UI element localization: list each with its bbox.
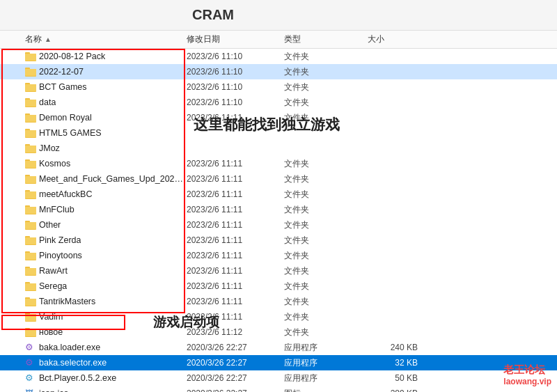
folder-icon (25, 82, 36, 92)
folder-icon (25, 67, 36, 77)
exe-icon: ⚙ (25, 373, 36, 384)
table-row[interactable]: Other 2023/2/6 11:11 文件夹 (0, 217, 557, 233)
col-size-header[interactable]: 大小 (368, 33, 423, 45)
cell-date: 2023/2/6 11:10 (187, 82, 284, 92)
file-name-label: meetAfuckBC (39, 189, 92, 199)
svg-rect-8 (25, 84, 36, 91)
cell-date: 2023/2/6 11:11 (187, 220, 284, 230)
table-row[interactable]: Serega 2023/2/6 11:11 文件夹 (0, 279, 557, 294)
folder-icon (25, 297, 36, 306)
table-row[interactable]: JMoz (0, 141, 557, 156)
table-row[interactable]: MnFClub 2023/2/6 11:11 文件夹 (0, 202, 557, 217)
cell-name: 🖼 icon.ico (0, 388, 187, 392)
folder-icon (25, 235, 36, 245)
table-row[interactable]: ⚙ baka.loader.exe 2020/3/26 22:27 应用程序 2… (0, 340, 557, 355)
file-name-label: data (39, 97, 56, 107)
table-row[interactable]: RawArt 2023/2/6 11:11 文件夹 (0, 263, 557, 279)
folder-icon (25, 128, 36, 138)
cell-type: 应用程序 (284, 357, 368, 369)
cell-name: JMoz (0, 143, 187, 153)
table-row[interactable]: ⚙ Bct.Player.0.5.2.exe 2020/3/26 22:27 应… (0, 370, 557, 386)
file-name-label: Pinoytoons (39, 251, 82, 260)
col-name-header[interactable]: 名称 ▲ (0, 33, 187, 45)
svg-rect-26 (25, 176, 36, 183)
cell-type: 文件夹 (284, 158, 368, 170)
cell-name: 2022-12-07 (0, 67, 187, 77)
cell-date: 2023/2/6 11:10 (187, 67, 284, 77)
table-row[interactable]: data 2023/2/6 11:10 文件夹 (0, 95, 557, 110)
file-name-label: BCT Games (39, 82, 87, 92)
cell-type: 文件夹 (284, 235, 368, 246)
cell-name: Serega (0, 281, 187, 291)
svg-rect-20 (25, 146, 36, 152)
cell-type: 文件夹 (284, 81, 368, 93)
cell-name: Pink Zerda (0, 235, 187, 245)
cell-type: 文件夹 (284, 311, 368, 323)
table-row[interactable]: 🖼 icon.ico 2020/3/26 22:27 图标 289 KB (0, 386, 557, 392)
file-name-label: icon.ico (39, 389, 68, 392)
col-type-header[interactable]: 类型 (284, 33, 368, 45)
cell-date: 2023/2/6 11:12 (187, 327, 284, 337)
top-bar: CRAM (0, 0, 557, 31)
cell-name: data (0, 97, 187, 107)
file-name-label: 2022-12-07 (39, 67, 84, 77)
svg-rect-5 (25, 69, 36, 76)
table-row[interactable]: новое 2023/2/6 11:12 文件夹 (0, 324, 557, 340)
table-row[interactable]: Vadim 2023/2/6 11:11 文件夹 (0, 309, 557, 324)
table-row[interactable]: BCT Games 2023/2/6 11:10 文件夹 (0, 79, 557, 95)
cell-date: 2023/2/6 11:11 (187, 205, 284, 214)
table-row[interactable]: TantrikMasters 2023/2/6 11:11 文件夹 (0, 294, 557, 309)
table-row[interactable]: HTML5 GAMES (0, 125, 557, 141)
folder-icon (25, 113, 36, 123)
table-row[interactable]: Pinoytoons 2023/2/6 11:11 文件夹 (0, 248, 557, 263)
svg-rect-56 (25, 329, 36, 336)
folder-icon (25, 159, 36, 168)
cell-name: ⚙ Bct.Player.0.5.2.exe (0, 373, 187, 384)
svg-rect-41 (25, 253, 36, 260)
svg-rect-53 (25, 314, 36, 321)
cell-date: 2023/2/6 11:11 (187, 189, 284, 199)
table-row[interactable]: 2020-08-12 Pack 2023/2/6 11:10 文件夹 (0, 49, 557, 64)
folder-icon (25, 312, 36, 322)
file-name-label: новое (39, 327, 63, 337)
cell-date: 2020/3/26 22:27 (187, 358, 284, 368)
svg-rect-50 (25, 299, 36, 306)
exe-icon: ⚙ (25, 342, 36, 353)
cell-size: 32 KB (368, 358, 423, 368)
folder-icon (25, 251, 36, 260)
table-row[interactable]: Kosmos 2023/2/6 11:11 文件夹 (0, 156, 557, 171)
file-name-label: Meet_and_Fuck_Games_Upd_2022_0 (39, 174, 185, 184)
table-row[interactable]: Meet_and_Fuck_Games_Upd_2022_0 2023/2/6 … (0, 171, 557, 187)
table-row[interactable]: ⚙ baka.selector.exe 2020/3/26 22:27 应用程序… (0, 355, 557, 370)
cell-type: 文件夹 (284, 296, 368, 308)
folder-icon (25, 143, 36, 153)
cell-date: 2023/2/6 11:11 (187, 251, 284, 260)
cell-type: 文件夹 (284, 173, 368, 185)
file-name-label: Other (39, 220, 61, 230)
cell-date: 2020/3/26 22:27 (187, 389, 284, 392)
cell-type: 文件夹 (284, 281, 368, 292)
cell-type: 应用程序 (284, 373, 368, 384)
table-row[interactable]: meetAfuckBC 2023/2/6 11:11 文件夹 (0, 187, 557, 202)
cell-name: TantrikMasters (0, 297, 187, 306)
cell-name: HTML5 GAMES (0, 128, 187, 138)
cell-type: 文件夹 (284, 204, 368, 216)
cell-type: 文件夹 (284, 189, 368, 201)
cell-date: 2020/3/26 22:27 (187, 373, 284, 383)
cell-date: 2023/2/6 11:11 (187, 297, 284, 306)
file-list: 2020-08-12 Pack 2023/2/6 11:10 文件夹 2022-… (0, 49, 557, 392)
cell-date: 2020/3/26 22:27 (187, 343, 284, 352)
col-date-header[interactable]: 修改日期 (187, 33, 284, 45)
cell-type: 文件夹 (284, 219, 368, 231)
svg-rect-32 (25, 207, 36, 214)
folder-icon (25, 281, 36, 291)
cell-date: 2023/2/6 11:10 (187, 97, 284, 107)
table-row[interactable]: Demon Royal 2023/2/6 11:11 文件夹 (0, 110, 557, 125)
table-row[interactable]: Pink Zerda 2023/2/6 11:11 文件夹 (0, 233, 557, 248)
cell-date: 2023/2/6 11:10 (187, 52, 284, 61)
file-name-label: Demon Royal (39, 113, 92, 123)
svg-rect-47 (25, 283, 36, 290)
cell-name: BCT Games (0, 82, 187, 92)
table-row[interactable]: 2022-12-07 2023/2/6 11:10 文件夹 (0, 64, 557, 79)
cell-type: 文件夹 (284, 250, 368, 262)
